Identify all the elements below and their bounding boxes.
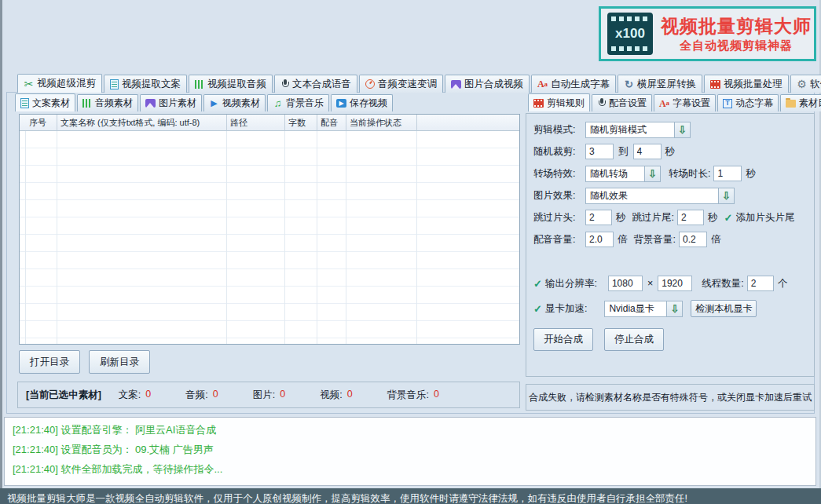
random-cut-max-input[interactable] <box>633 144 662 159</box>
logo-badge-text: x100 <box>615 26 645 42</box>
tab-super-mix[interactable]: ✂ 视频超级混剪 <box>17 74 102 93</box>
subtab-label: 保存视频 <box>350 97 387 110</box>
open-dir-button[interactable]: 打开目录 <box>19 350 80 374</box>
log-line: [21:21:40] 设置配音员为： 09.艾楠 广告男声 <box>13 443 808 457</box>
window-border-left <box>0 0 2 504</box>
settings-tab-bar: 剪辑规则 配音设置 Aa 字幕设置 T 动态字幕 素材目录 <box>528 94 821 111</box>
subtitle-aa-icon: Aa <box>659 98 669 108</box>
subtab-bgm[interactable]: ♫ 背景音乐 <box>267 94 329 111</box>
subtab-subtitle-settings[interactable]: Aa 字幕设置 <box>654 94 716 111</box>
thread-count-label: 线程数量: <box>702 277 743 290</box>
tab-label: 文本合成语音 <box>292 78 351 91</box>
subtab-video-material[interactable]: ▶ 视频素材 <box>203 94 266 111</box>
subtitle-aa-icon: Aa <box>537 79 548 89</box>
seconds-unit: 秒 <box>708 211 718 225</box>
film-icon <box>710 80 720 89</box>
random-cut-min-input[interactable] <box>585 144 614 159</box>
voice-volume-label: 配音音量: <box>533 233 585 247</box>
resolution-width-input[interactable] <box>608 276 643 291</box>
app-logo: x100 视频批量剪辑大师 全自动视频剪辑神器 <box>599 6 816 61</box>
transition-duration-input[interactable] <box>713 166 742 181</box>
audio-wave-icon <box>82 99 92 108</box>
thread-count-input[interactable] <box>747 276 774 291</box>
selected-materials-bar: [当前已选中素材] 文案:0 音频:0 图片:0 视频:0 背景音乐:0 <box>17 382 520 408</box>
detect-gpu-button[interactable]: 检测本机显卡 <box>691 300 757 317</box>
microphone-icon <box>597 98 606 108</box>
gauge-icon <box>365 79 375 89</box>
chevron-down-icon[interactable]: ⇩ <box>666 301 682 316</box>
chevron-down-icon[interactable]: ⇩ <box>644 166 660 181</box>
app-subtitle: 全自动视频剪辑神器 <box>680 38 793 53</box>
table-header-name: 文案名称 (仅支持txt格式, 编码: utf-8) <box>57 115 227 131</box>
subtab-save-video[interactable]: ▶ 保存视频 <box>331 94 393 111</box>
skip-head-input[interactable] <box>585 210 612 225</box>
selected-count-image: 图片:0 <box>253 389 285 402</box>
bgm-volume-input[interactable] <box>679 232 707 247</box>
table-header-voice: 配音 <box>317 115 346 131</box>
start-compose-button[interactable]: 开始合成 <box>533 328 593 351</box>
tab-auto-subtitle[interactable]: Aa 自动生成字幕 <box>531 75 616 93</box>
subtab-text-material[interactable]: 文案素材 <box>15 93 75 111</box>
to-word: 到 <box>618 145 629 159</box>
tab-screen-rotate[interactable]: ↻ 横屏竖屏转换 <box>618 75 702 93</box>
microphone-icon <box>280 79 289 89</box>
tab-extract-text[interactable]: 视频提取文案 <box>104 75 187 93</box>
add-head-tail-checkbox-label[interactable]: 添加片头片尾 <box>735 211 794 225</box>
tab-audio-speed-pitch[interactable]: 音频变速变调 <box>359 75 443 93</box>
chevron-down-icon[interactable]: ⇩ <box>718 188 734 203</box>
transition-select[interactable]: 随机转场 ⇩ <box>585 166 661 182</box>
clip-mode-label: 剪辑模式: <box>533 123 585 137</box>
seconds-unit: 秒 <box>665 145 676 159</box>
seconds-unit: 秒 <box>746 167 756 181</box>
subtab-material-dir[interactable]: 素材目录 <box>780 94 821 111</box>
subtab-dynamic-subtitle[interactable]: T 动态字幕 <box>717 94 779 111</box>
refresh-dir-button[interactable]: 刷新目录 <box>89 350 150 374</box>
tab-image-to-video[interactable]: 图片合成视频 <box>445 75 530 93</box>
selected-count-bgm: 背景音乐:0 <box>387 389 439 402</box>
stop-compose-button[interactable]: 停止合成 <box>604 328 664 351</box>
edit-rules-panel: 剪辑模式: 随机剪辑模式 ⇩ 随机裁剪: 到 秒 转场特效: 随机转场 ⇩ 转场… <box>526 113 815 377</box>
table-header-index: 序号 <box>26 115 57 131</box>
log-line: [21:21:40] 软件全部加载完成，等待操作指令... <box>13 462 808 477</box>
transition-duration-label: 转场时长: <box>669 167 710 181</box>
tab-label: 横屏竖屏转换 <box>637 78 696 91</box>
clip-mode-select[interactable]: 随机剪辑模式 ⇩ <box>585 122 691 138</box>
disclaimer-bar: 视频批量剪辑大师是一款视频全自动剪辑软件，仅用于个人原创视频制作，提高剪辑效率，… <box>0 488 821 504</box>
subtab-voice-settings[interactable]: 配音设置 <box>592 94 652 111</box>
gpu-accel-checkbox[interactable]: ✓ <box>533 303 542 315</box>
main-tab-bar: ✂ 视频超级混剪 视频提取文案 视频提取音频 文本合成语音 音频变速变调 图片合… <box>17 75 821 93</box>
log-panel[interactable]: [21:21:40] 设置配音引擎： 阿里云AI语音合成 [21:21:40] … <box>4 417 816 486</box>
output-resolution-checkbox[interactable]: ✓ <box>533 278 542 290</box>
voice-volume-input[interactable] <box>585 232 614 247</box>
subtab-label: 视频素材 <box>222 97 260 110</box>
checkmark-icon[interactable]: ✓ <box>724 212 732 224</box>
subtab-label: 动态字幕 <box>735 97 773 110</box>
tab-label: 视频提取文案 <box>122 78 181 91</box>
film-icon <box>533 99 544 108</box>
count-unit: 个 <box>778 277 788 290</box>
skip-tail-input[interactable] <box>677 210 704 225</box>
subtab-audio-material[interactable]: 音频素材 <box>77 94 138 111</box>
subtab-edit-rules[interactable]: 剪辑规则 <box>528 93 590 111</box>
tab-label: 图片合成视频 <box>464 78 523 91</box>
subtab-label: 文案素材 <box>32 97 70 110</box>
subtab-image-material[interactable]: 图片素材 <box>140 94 202 111</box>
tab-settings[interactable]: ⚙ 软件参数设置 <box>790 75 821 93</box>
skip-head-label: 跳过片头: <box>533 211 585 225</box>
tab-page-super-mix: 文案素材 音频素材 图片素材 ▶ 视频素材 ♫ 背景音乐 ▶ 保存视频 序号 文… <box>6 92 815 414</box>
image-effect-label: 图片效果: <box>533 189 585 203</box>
image-effect-select[interactable]: 随机效果 ⇩ <box>585 188 735 204</box>
audio-wave-icon <box>195 80 204 89</box>
tab-extract-audio[interactable]: 视频提取音频 <box>189 75 273 93</box>
resolution-height-input[interactable] <box>658 276 692 291</box>
gpu-accel-label: 显卡加速: <box>545 302 587 316</box>
tab-batch-process[interactable]: 视频批量处理 <box>704 75 789 93</box>
tab-label: 视频批量处理 <box>724 78 783 91</box>
tab-label: 音频变速变调 <box>378 78 437 91</box>
gpu-select[interactable]: Nvidia显卡 ⇩ <box>604 301 683 317</box>
chevron-down-icon[interactable]: ⇩ <box>674 122 690 137</box>
subtab-label: 素材目录 <box>799 97 821 110</box>
tab-text-to-speech[interactable]: 文本合成语音 <box>274 75 357 93</box>
text-material-table[interactable]: 序号 文案名称 (仅支持txt格式, 编码: utf-8) 路径 字数 配音 当… <box>19 114 520 345</box>
t-box-icon: T <box>723 99 732 108</box>
